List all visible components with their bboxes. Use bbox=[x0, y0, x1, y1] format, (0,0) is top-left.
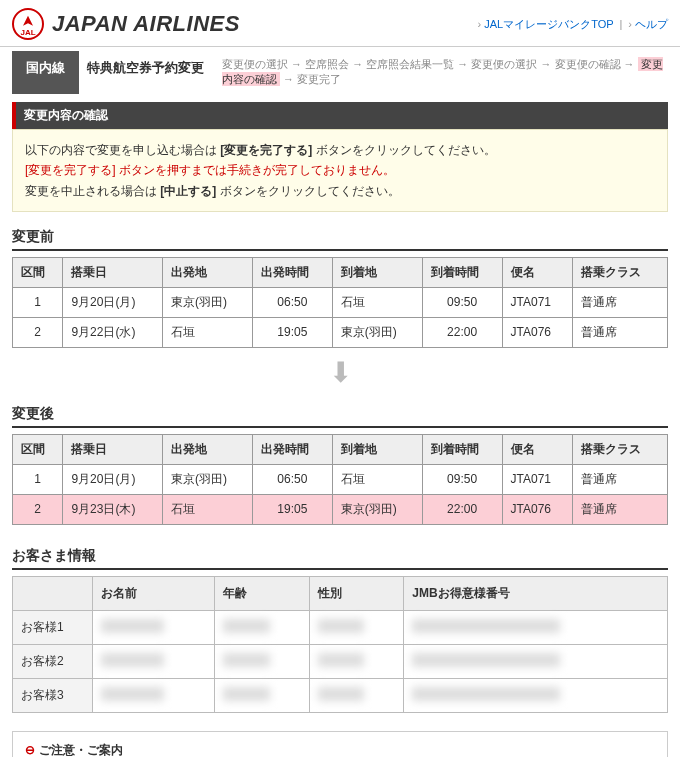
before-title: 変更前 bbox=[12, 228, 668, 251]
breadcrumb-step: 変更完了 bbox=[297, 73, 341, 85]
customers-table: お名前年齢性別JMBお得意様番号 お客様1お客様2お客様3 bbox=[12, 576, 668, 713]
brand-text: JAPAN AIRLINES bbox=[52, 11, 240, 37]
redacted bbox=[223, 619, 270, 633]
table-row: 29月22日(水)石垣19:05東京(羽田)22:00JTA076普通席 bbox=[13, 317, 668, 347]
redacted bbox=[101, 619, 164, 633]
header: JAL JAPAN AIRLINES ›JALマイレージバンクTOP |›ヘルプ bbox=[0, 0, 680, 47]
breadcrumb: 変更便の選択 → 空席照会 → 空席照会結果一覧 → 変更便の選択 → 変更便の… bbox=[218, 51, 668, 94]
jal-crane-icon: JAL bbox=[12, 8, 44, 40]
breadcrumb-step: 空席照会結果一覧 bbox=[366, 58, 454, 70]
before-table: 区間搭乗日出発地出発時間到着地到着時間便名搭乗クラス 19月20日(月)東京(羽… bbox=[12, 257, 668, 348]
header-links: ›JALマイレージバンクTOP |›ヘルプ bbox=[475, 17, 668, 32]
after-title: 変更後 bbox=[12, 405, 668, 428]
redacted bbox=[318, 687, 365, 701]
after-table: 区間搭乗日出発地出発時間到着地到着時間便名搭乗クラス 19月20日(月)東京(羽… bbox=[12, 434, 668, 525]
redacted bbox=[318, 653, 365, 667]
table-row: お客様3 bbox=[13, 678, 668, 712]
caution-title: ご注意・ご案内 bbox=[25, 742, 655, 757]
link-mileage-top[interactable]: JALマイレージバンクTOP bbox=[484, 18, 613, 30]
caution-box: ご注意・ご案内 予約変更に関するご注意 ダイヤ確定前のご予約について(発着時刻・… bbox=[12, 731, 668, 757]
customers-title: お客さま情報 bbox=[12, 547, 668, 570]
notice-box: 以下の内容で変更を申し込む場合は [変更を完了する] ボタンをクリックしてくださ… bbox=[12, 129, 668, 212]
table-row: 19月20日(月)東京(羽田)06:50石垣09:50JTA071普通席 bbox=[13, 287, 668, 317]
notice-warning: [変更を完了する] ボタンを押すまでは手続きが完了しておりません。 bbox=[25, 160, 655, 180]
logo: JAL JAPAN AIRLINES bbox=[12, 8, 240, 40]
redacted bbox=[101, 653, 164, 667]
breadcrumb-step: 変更便の確認 bbox=[555, 58, 621, 70]
redacted bbox=[101, 687, 164, 701]
nav-row: 国内線 特典航空券予約変更 変更便の選択 → 空席照会 → 空席照会結果一覧 →… bbox=[0, 47, 680, 94]
redacted bbox=[412, 653, 560, 667]
breadcrumb-step: 変更便の選択 bbox=[222, 58, 288, 70]
arrow-down-icon: ⬇ bbox=[12, 356, 668, 389]
nav-title: 特典航空券予約変更 bbox=[87, 51, 210, 94]
table-row: お客様2 bbox=[13, 644, 668, 678]
redacted bbox=[412, 687, 560, 701]
table-row: 29月23日(木)石垣19:05東京(羽田)22:00JTA076普通席 bbox=[13, 494, 668, 524]
link-help[interactable]: ヘルプ bbox=[635, 18, 668, 30]
nav-category: 国内線 bbox=[12, 51, 79, 94]
breadcrumb-step: 変更便の選択 bbox=[471, 58, 537, 70]
confirm-section-bar: 変更内容の確認 bbox=[12, 102, 668, 129]
table-row: 19月20日(月)東京(羽田)06:50石垣09:50JTA071普通席 bbox=[13, 464, 668, 494]
table-row: お客様1 bbox=[13, 610, 668, 644]
breadcrumb-step: 空席照会 bbox=[305, 58, 349, 70]
redacted bbox=[412, 619, 560, 633]
redacted bbox=[223, 653, 270, 667]
redacted bbox=[223, 687, 270, 701]
redacted bbox=[318, 619, 365, 633]
